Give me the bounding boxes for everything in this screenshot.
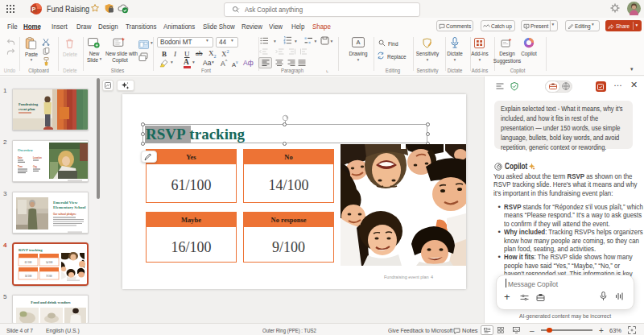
svg-text:Emerald View: Emerald View: [53, 201, 78, 205]
svg-text:event plan: event plan: [19, 107, 35, 111]
svg-text:Date: Date: [18, 156, 23, 159]
svg-text:Time: Time: [18, 165, 23, 168]
svg-text:Elementary School: Elementary School: [53, 205, 86, 209]
svg-text:A: A: [357, 39, 361, 46]
svg-text:Food and drink vendors: Food and drink vendors: [31, 300, 71, 304]
svg-text:9/100: 9/100: [47, 275, 52, 278]
svg-text:16/100: 16/100: [25, 275, 32, 278]
svg-text:Our school pledges:: Our school pledges:: [53, 213, 76, 216]
svg-text:Location: Location: [33, 156, 42, 159]
svg-text:RSVP tracking: RSVP tracking: [19, 248, 43, 252]
svg-text:Overview: Overview: [18, 148, 34, 152]
svg-text:14/100: 14/100: [46, 261, 53, 264]
svg-text:Org.: Org.: [33, 165, 38, 168]
svg-text:61/100: 61/100: [25, 261, 32, 264]
svg-text:P: P: [31, 6, 35, 12]
svg-text:Fundraising: Fundraising: [19, 102, 39, 106]
